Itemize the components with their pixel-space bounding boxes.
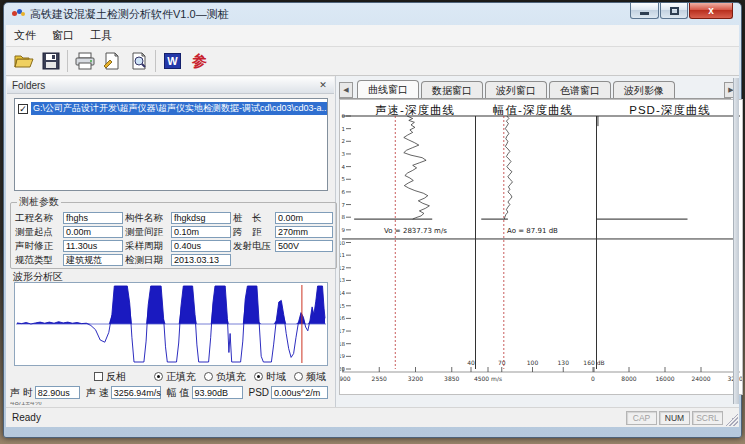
app-icon [12, 8, 26, 19]
svg-text:8: 8 [342, 214, 346, 220]
readout-label: 声 速 [86, 386, 109, 400]
print-preview-button[interactable] [125, 49, 152, 74]
svg-text:40: 40 [467, 359, 475, 366]
toolbar-separator [67, 50, 68, 72]
param-input[interactable]: 500V [275, 240, 333, 252]
param-label: 工程名称 [15, 212, 61, 225]
right-panel: ◀ 曲线窗口数据窗口波列窗口色谱窗口波列影像 ▶ 声速-深度曲线幅值-深度曲线P… [337, 76, 739, 407]
svg-text:16: 16 [340, 315, 345, 321]
param-input[interactable]: 建筑规范 [63, 254, 123, 266]
param-input[interactable]: 0.00m [63, 226, 123, 238]
minimize-button[interactable] [630, 3, 659, 19]
fill-radio-1[interactable]: 负填充 [204, 371, 246, 382]
invert-checkbox[interactable]: 反相 [94, 370, 128, 384]
domain-radio-label: 频域 [306, 371, 326, 382]
print-setup-icon [102, 52, 122, 70]
readout-input[interactable]: 93.90dB [192, 386, 243, 399]
domain-radio-0[interactable]: 时域 [254, 371, 286, 382]
main-area: Folders ✕ ✓G:\公司产品设计开发\超声仪器\超声仪实地检测数据-调试… [6, 76, 739, 407]
close-button[interactable]: x [689, 3, 733, 19]
tab-scroll-left-icon[interactable]: ◀ [339, 82, 353, 98]
pile-params-group: 测桩参数 工程名称fhghs构件名称fhgkdsg桩 长0.00m测量起点0.0… [10, 195, 337, 269]
statusbar: Ready CAPNUMSCRL [6, 407, 739, 427]
parameters-button[interactable]: 参 [186, 49, 213, 74]
tabstrip: ◀ 曲线窗口数据窗口波列窗口色谱窗口波列影像 [339, 80, 731, 99]
folders-panel-header: Folders ✕ [7, 77, 334, 94]
svg-text:0: 0 [342, 113, 346, 119]
svg-text:7: 7 [342, 202, 346, 208]
open-file-button[interactable] [10, 49, 37, 74]
menu-item-1[interactable]: 窗口 [44, 25, 82, 46]
invert-checkbox-icon [94, 372, 103, 381]
folder-item[interactable]: ✓G:\公司产品设计开发\超声仪器\超声仪实地检测数据-调试cd\cd03\cd… [15, 101, 327, 116]
menu-item-2[interactable]: 工具 [82, 25, 120, 46]
svg-text:0: 0 [591, 375, 595, 382]
print-button[interactable] [71, 49, 98, 74]
waveform-box[interactable] [14, 282, 328, 366]
param-input[interactable]: 2013.03.13 [171, 254, 231, 266]
tab-4[interactable]: 波列影像 [613, 81, 675, 98]
readout-input[interactable]: 0.00us^2/m [271, 386, 328, 399]
param-label: 测量起点 [15, 226, 61, 239]
readout-input[interactable]: 82.90us [35, 386, 80, 399]
readout-label: PSD [249, 387, 270, 398]
folder-checkbox[interactable]: ✓ [18, 104, 28, 114]
print-setup-button[interactable] [98, 49, 125, 74]
svg-text:13: 13 [340, 277, 345, 283]
param-label: 跨 距 [233, 226, 273, 239]
param-input[interactable]: 270mm [275, 226, 333, 238]
left-panel: Folders ✕ ✓G:\公司产品设计开发\超声仪器\超声仪实地检测数据-调试… [6, 76, 336, 407]
param-input[interactable]: 0.10m [171, 226, 231, 238]
svg-text:12: 12 [340, 265, 345, 271]
tab-2[interactable]: 波列窗口 [485, 81, 547, 98]
word-export-button[interactable]: W [159, 49, 186, 74]
tab-3[interactable]: 色谱窗口 [549, 81, 611, 98]
param-input[interactable]: 11.30us [63, 240, 123, 252]
svg-text:4: 4 [342, 164, 346, 170]
param-input[interactable]: 0.40us [171, 240, 231, 252]
tab-1[interactable]: 数据窗口 [421, 81, 483, 98]
save-button[interactable] [37, 49, 64, 74]
domain-radio-1[interactable]: 频域 [294, 371, 326, 382]
svg-text:3: 3 [342, 151, 346, 157]
readout-input[interactable]: 3256.94m/s [111, 386, 161, 399]
svg-text:11: 11 [340, 252, 345, 258]
svg-text:8000: 8000 [621, 375, 636, 382]
domain-radio-icon [254, 372, 263, 381]
param-label: 检测日期 [125, 254, 169, 267]
menu-item-0[interactable]: 文件 [6, 25, 44, 46]
panel-edge-strip[interactable] [733, 78, 739, 404]
param-input[interactable]: fhgkdsg [171, 212, 231, 224]
svg-text:Vo = 2837.73 m/s: Vo = 2837.73 m/s [384, 227, 447, 235]
param-label: 构件名称 [125, 212, 169, 225]
svg-text:130: 130 [558, 359, 570, 366]
fill-radio-0[interactable]: 正填充 [154, 371, 196, 382]
folders-list[interactable]: ✓G:\公司产品设计开发\超声仪器\超声仪实地检测数据-调试cd\cd03\cd… [14, 98, 328, 191]
param-label: 桩 长 [233, 212, 273, 225]
maximize-icon [670, 7, 679, 15]
param-label: 规范类型 [15, 254, 61, 267]
tab-0[interactable]: 曲线窗口 [357, 80, 419, 98]
folders-title: Folders [12, 80, 45, 91]
svg-text:16000: 16000 [655, 375, 674, 382]
app-window: 高铁建设混凝土检测分析软件V1.0—测桩 x 文件窗口工具 W [3, 2, 742, 438]
toolbar: W 参 [6, 47, 739, 76]
menubar: 文件窗口工具 [6, 25, 739, 47]
maximize-button[interactable] [660, 3, 688, 19]
param-input[interactable]: 0.00m [275, 212, 333, 224]
domain-radio-group: 时域频域 [254, 370, 334, 384]
resize-grip[interactable] [725, 413, 738, 426]
svg-text:4500 m/s: 4500 m/s [474, 375, 502, 382]
printer-icon [74, 52, 96, 70]
domain-radio-icon [294, 372, 303, 381]
status-text: Ready [12, 412, 41, 423]
readout-label: 幅 值 [167, 386, 190, 400]
folders-close-icon[interactable]: ✕ [317, 79, 329, 91]
readout-row: 声 时82.90us声 速3256.94m/s幅 值93.90dBPSD0.00… [10, 385, 334, 400]
param-input[interactable]: fhghs [63, 212, 123, 224]
titlebar[interactable]: 高铁建设混凝土检测分析软件V1.0—测桩 x [4, 3, 741, 25]
toolbar-separator [155, 50, 156, 72]
svg-text:10: 10 [340, 240, 345, 246]
param-label: 声时修正 [15, 240, 61, 253]
indicator-num: NUM [659, 411, 690, 425]
